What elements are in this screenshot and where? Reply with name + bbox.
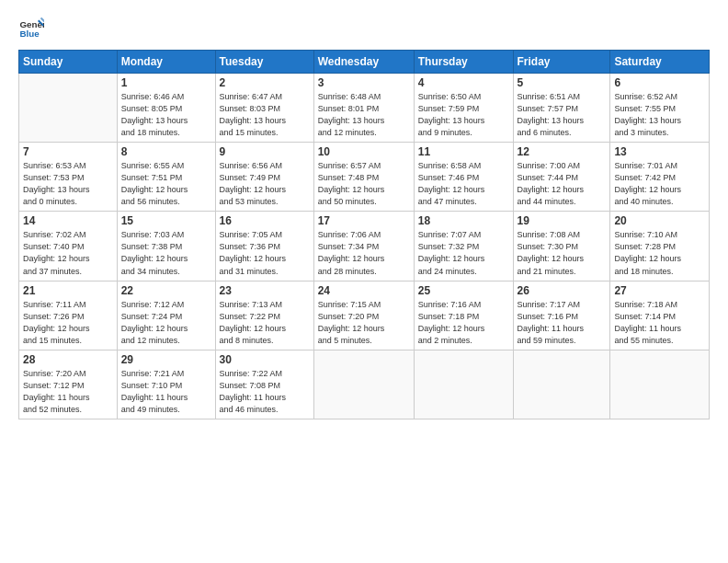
day-info: Sunrise: 7:17 AM Sunset: 7:16 PM Dayligh…: [518, 299, 607, 347]
day-info: Sunrise: 7:08 AM Sunset: 7:30 PM Dayligh…: [518, 229, 607, 277]
day-info: Sunrise: 7:03 AM Sunset: 7:38 PM Dayligh…: [121, 229, 211, 277]
day-number: 8: [121, 145, 211, 158]
day-info: Sunrise: 6:51 AM Sunset: 7:57 PM Dayligh…: [518, 91, 607, 139]
day-info: Sunrise: 7:00 AM Sunset: 7:44 PM Dayligh…: [518, 160, 607, 208]
day-number: 28: [23, 353, 113, 366]
day-info: Sunrise: 6:46 AM Sunset: 8:05 PM Dayligh…: [121, 91, 211, 139]
calendar-day-cell: 2Sunrise: 6:47 AM Sunset: 8:03 PM Daylig…: [215, 74, 313, 143]
day-number: 24: [318, 284, 410, 297]
day-info: Sunrise: 6:55 AM Sunset: 7:51 PM Dayligh…: [121, 160, 211, 208]
day-number: 16: [220, 214, 310, 227]
day-info: Sunrise: 7:16 AM Sunset: 7:18 PM Dayligh…: [418, 299, 509, 347]
calendar-week-row: 21Sunrise: 7:11 AM Sunset: 7:26 PM Dayli…: [19, 281, 710, 350]
day-number: 15: [121, 214, 211, 227]
calendar-day-cell: [513, 350, 610, 419]
calendar-day-cell: 30Sunrise: 7:22 AM Sunset: 7:08 PM Dayli…: [215, 350, 313, 419]
day-number: 13: [614, 145, 705, 158]
day-number: 30: [220, 353, 310, 366]
calendar-day-cell: 8Sunrise: 6:55 AM Sunset: 7:51 PM Daylig…: [117, 143, 215, 212]
day-info: Sunrise: 7:10 AM Sunset: 7:28 PM Dayligh…: [614, 229, 705, 277]
calendar-day-cell: 20Sunrise: 7:10 AM Sunset: 7:28 PM Dayli…: [610, 212, 710, 281]
day-info: Sunrise: 7:11 AM Sunset: 7:26 PM Dayligh…: [23, 299, 113, 347]
day-number: 2: [220, 76, 310, 89]
day-info: Sunrise: 7:12 AM Sunset: 7:24 PM Dayligh…: [121, 299, 211, 347]
calendar-day-cell: [610, 350, 710, 419]
day-number: 21: [23, 284, 113, 297]
calendar-day-cell: 29Sunrise: 7:21 AM Sunset: 7:10 PM Dayli…: [117, 350, 215, 419]
day-info: Sunrise: 6:57 AM Sunset: 7:48 PM Dayligh…: [318, 160, 410, 208]
weekday-header-tuesday: Tuesday: [215, 51, 313, 74]
weekday-header-monday: Monday: [117, 51, 215, 74]
day-number: 7: [23, 145, 113, 158]
weekday-header-saturday: Saturday: [610, 51, 710, 74]
calendar-day-cell: 19Sunrise: 7:08 AM Sunset: 7:30 PM Dayli…: [513, 212, 610, 281]
day-number: 4: [418, 76, 509, 89]
calendar-day-cell: 10Sunrise: 6:57 AM Sunset: 7:48 PM Dayli…: [313, 143, 414, 212]
calendar-header-row: SundayMondayTuesdayWednesdayThursdayFrid…: [19, 51, 710, 74]
day-info: Sunrise: 7:05 AM Sunset: 7:36 PM Dayligh…: [220, 229, 310, 277]
weekday-header-friday: Friday: [513, 51, 610, 74]
calendar-day-cell: 11Sunrise: 6:58 AM Sunset: 7:46 PM Dayli…: [414, 143, 513, 212]
day-number: 10: [318, 145, 410, 158]
day-number: 17: [318, 214, 410, 227]
day-info: Sunrise: 6:50 AM Sunset: 7:59 PM Dayligh…: [418, 91, 509, 139]
day-number: 19: [518, 214, 607, 227]
day-info: Sunrise: 6:48 AM Sunset: 8:01 PM Dayligh…: [318, 91, 410, 139]
calendar-week-row: 14Sunrise: 7:02 AM Sunset: 7:40 PM Dayli…: [19, 212, 710, 281]
calendar-day-cell: 23Sunrise: 7:13 AM Sunset: 7:22 PM Dayli…: [215, 281, 313, 350]
day-number: 12: [518, 145, 607, 158]
day-number: 3: [318, 76, 410, 89]
calendar-day-cell: 22Sunrise: 7:12 AM Sunset: 7:24 PM Dayli…: [117, 281, 215, 350]
calendar-week-row: 28Sunrise: 7:20 AM Sunset: 7:12 PM Dayli…: [19, 350, 710, 419]
calendar-day-cell: [19, 74, 118, 143]
calendar-day-cell: [414, 350, 513, 419]
logo-icon: General Blue: [18, 15, 44, 40]
day-info: Sunrise: 6:56 AM Sunset: 7:49 PM Dayligh…: [220, 160, 310, 208]
day-number: 18: [418, 214, 509, 227]
day-info: Sunrise: 7:13 AM Sunset: 7:22 PM Dayligh…: [220, 299, 310, 347]
calendar-day-cell: 12Sunrise: 7:00 AM Sunset: 7:44 PM Dayli…: [513, 143, 610, 212]
day-info: Sunrise: 7:18 AM Sunset: 7:14 PM Dayligh…: [614, 299, 705, 347]
logo: General Blue: [18, 15, 48, 40]
day-number: 25: [418, 284, 509, 297]
day-info: Sunrise: 7:15 AM Sunset: 7:20 PM Dayligh…: [318, 299, 410, 347]
day-info: Sunrise: 7:06 AM Sunset: 7:34 PM Dayligh…: [318, 229, 410, 277]
calendar-day-cell: 24Sunrise: 7:15 AM Sunset: 7:20 PM Dayli…: [313, 281, 414, 350]
calendar-week-row: 1Sunrise: 6:46 AM Sunset: 8:05 PM Daylig…: [19, 74, 710, 143]
day-info: Sunrise: 6:52 AM Sunset: 7:55 PM Dayligh…: [614, 91, 705, 139]
day-info: Sunrise: 6:53 AM Sunset: 7:53 PM Dayligh…: [23, 160, 113, 208]
day-number: 14: [23, 214, 113, 227]
day-number: 26: [518, 284, 607, 297]
calendar-day-cell: 15Sunrise: 7:03 AM Sunset: 7:38 PM Dayli…: [117, 212, 215, 281]
calendar-day-cell: 21Sunrise: 7:11 AM Sunset: 7:26 PM Dayli…: [19, 281, 118, 350]
calendar-day-cell: 13Sunrise: 7:01 AM Sunset: 7:42 PM Dayli…: [610, 143, 710, 212]
day-info: Sunrise: 6:47 AM Sunset: 8:03 PM Dayligh…: [220, 91, 310, 139]
page-header: General Blue: [18, 15, 710, 40]
calendar-day-cell: [313, 350, 414, 419]
day-number: 29: [121, 353, 211, 366]
calendar-day-cell: 5Sunrise: 6:51 AM Sunset: 7:57 PM Daylig…: [513, 74, 610, 143]
calendar-day-cell: 1Sunrise: 6:46 AM Sunset: 8:05 PM Daylig…: [117, 74, 215, 143]
day-info: Sunrise: 7:07 AM Sunset: 7:32 PM Dayligh…: [418, 229, 509, 277]
calendar-day-cell: 7Sunrise: 6:53 AM Sunset: 7:53 PM Daylig…: [19, 143, 118, 212]
day-info: Sunrise: 7:02 AM Sunset: 7:40 PM Dayligh…: [23, 229, 113, 277]
day-info: Sunrise: 7:01 AM Sunset: 7:42 PM Dayligh…: [614, 160, 705, 208]
day-info: Sunrise: 7:22 AM Sunset: 7:08 PM Dayligh…: [220, 368, 310, 416]
day-info: Sunrise: 7:20 AM Sunset: 7:12 PM Dayligh…: [23, 368, 113, 416]
weekday-header-sunday: Sunday: [19, 51, 118, 74]
day-number: 27: [614, 284, 705, 297]
calendar-day-cell: 9Sunrise: 6:56 AM Sunset: 7:49 PM Daylig…: [215, 143, 313, 212]
day-number: 9: [220, 145, 310, 158]
calendar-day-cell: 16Sunrise: 7:05 AM Sunset: 7:36 PM Dayli…: [215, 212, 313, 281]
day-info: Sunrise: 6:58 AM Sunset: 7:46 PM Dayligh…: [418, 160, 509, 208]
day-number: 22: [121, 284, 211, 297]
calendar-day-cell: 14Sunrise: 7:02 AM Sunset: 7:40 PM Dayli…: [19, 212, 118, 281]
svg-text:Blue: Blue: [19, 29, 40, 39]
day-number: 6: [614, 76, 705, 89]
weekday-header-wednesday: Wednesday: [313, 51, 414, 74]
calendar-day-cell: 4Sunrise: 6:50 AM Sunset: 7:59 PM Daylig…: [414, 74, 513, 143]
day-number: 23: [220, 284, 310, 297]
calendar-day-cell: 25Sunrise: 7:16 AM Sunset: 7:18 PM Dayli…: [414, 281, 513, 350]
calendar-day-cell: 6Sunrise: 6:52 AM Sunset: 7:55 PM Daylig…: [610, 74, 710, 143]
calendar-day-cell: 3Sunrise: 6:48 AM Sunset: 8:01 PM Daylig…: [313, 74, 414, 143]
